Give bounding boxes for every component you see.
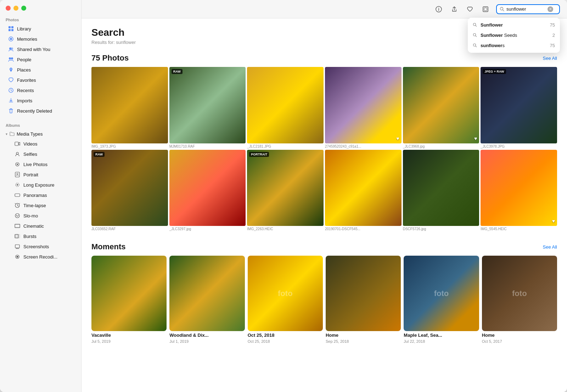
dropdown-search-icon-1 xyxy=(473,23,477,27)
svg-rect-3 xyxy=(11,29,13,31)
photo-item-9[interactable]: PORTRAIT IMG_2263.HEIC xyxy=(247,150,324,231)
video-icon xyxy=(14,141,21,147)
dropdown-count-2: 2 xyxy=(552,33,555,38)
watermark-6: foto xyxy=(482,256,557,331)
sidebar-item-screen-recording[interactable]: Screen Recodi... xyxy=(2,252,79,262)
folder-icon xyxy=(9,131,15,137)
maximize-button[interactable] xyxy=(21,6,26,11)
sidebar-item-panoramas[interactable]: Panoramas xyxy=(2,190,79,200)
memories-icon xyxy=(8,36,14,42)
moments-see-all-link[interactable]: See All xyxy=(543,244,557,250)
photo-item-2[interactable]: RAW MJM01710.RAF xyxy=(169,67,246,148)
albums-section: Albums ▾ Media Types Videos xyxy=(0,120,81,262)
sidebar-item-favorites[interactable]: Favorites xyxy=(2,75,79,85)
photo-name-4: 27459520243_c91a1... xyxy=(325,144,402,148)
sidebar-item-live-photos[interactable]: Live Photos xyxy=(2,159,79,169)
sidebar-item-videos[interactable]: Videos xyxy=(2,139,79,149)
sidebar-item-imports[interactable]: Imports xyxy=(2,96,79,106)
photo-item-4[interactable]: ♥ 27459520243_c91a1... xyxy=(325,67,402,148)
photo-item-11[interactable]: DSCF5726.jpg xyxy=(403,150,479,231)
sidebar-item-slo-mo[interactable]: Slo-mo xyxy=(2,211,79,221)
timelapse-icon xyxy=(14,202,21,209)
sidebar-label-memories: Memories xyxy=(17,36,37,42)
photo-item-12[interactable]: ♥ IMG_5545.HEIC xyxy=(481,150,557,231)
sidebar-label-portrait: Portrait xyxy=(23,172,38,177)
sidebar-label-live-photos: Live Photos xyxy=(23,162,47,167)
photo-thumb-3 xyxy=(247,67,324,143)
sidebar-label-library: Library xyxy=(17,26,31,32)
moment-item-4[interactable]: Home Sep 25, 2018 xyxy=(326,256,401,343)
photo-name-5: _JLC3968.jpg xyxy=(403,144,479,148)
sidebar-item-cinematic[interactable]: Cinematic xyxy=(2,221,79,231)
sidebar-item-long-exposure[interactable]: Long Exposure xyxy=(2,180,79,190)
moment-title-2: Woodland & Dix... xyxy=(169,333,245,338)
search-clear-button[interactable]: ✕ xyxy=(548,6,553,12)
svg-point-22 xyxy=(15,214,19,218)
photo-item-8[interactable]: _JLC3297.jpg xyxy=(169,150,246,231)
moment-title-5: Maple Leaf, Sea... xyxy=(404,333,479,338)
sidebar-item-shared-with-you[interactable]: Shared with You xyxy=(2,44,79,54)
dropdown-item-sunflower-seeds[interactable]: Sunflower Seeds 2 xyxy=(468,30,560,40)
svg-point-39 xyxy=(473,44,476,46)
sidebar-item-time-lapse[interactable]: Time-lapse xyxy=(2,200,79,210)
photo-thumb-1 xyxy=(91,67,168,143)
moment-date-3: Oct 25, 2018 xyxy=(248,339,323,343)
sidebar-item-bursts[interactable]: Bursts xyxy=(2,231,79,241)
search-input[interactable] xyxy=(506,6,545,12)
dropdown-count-1: 75 xyxy=(550,22,555,28)
photo-item-5[interactable]: ♥ _JLC3968.jpg xyxy=(403,67,479,148)
grid-icon xyxy=(8,25,14,32)
moment-item-6[interactable]: foto Home Oct 5, 2017 xyxy=(482,256,557,343)
sidebar-item-portrait[interactable]: Portrait xyxy=(2,170,79,180)
photo-thumb-11 xyxy=(403,150,479,226)
photo-thumb-10 xyxy=(325,150,402,226)
main-content: ✕ Sunflower 75 xyxy=(82,0,567,392)
sidebar-item-memories[interactable]: Memories xyxy=(2,34,79,44)
photo-item-6[interactable]: JPEG + RAW _JLC3978.JPG xyxy=(481,67,557,148)
photo-badge-9: PORTRAIT xyxy=(249,152,269,157)
dropdown-label-3: sunflowers xyxy=(481,43,546,48)
sidebar-item-selfies[interactable]: Selfies xyxy=(2,149,79,159)
photo-item-3[interactable]: _JLC2181.JPG xyxy=(247,67,324,148)
dropdown-item-sunflower[interactable]: Sunflower 75 xyxy=(468,20,560,30)
photo-thumb-4: ♥ xyxy=(325,67,402,143)
fullscreen-button[interactable] xyxy=(481,4,490,14)
sidebar-item-recents[interactable]: Recents xyxy=(2,85,79,95)
sidebar-item-library[interactable]: Library xyxy=(2,24,79,34)
close-button[interactable] xyxy=(6,6,11,11)
chevron-down-icon: ▾ xyxy=(6,132,7,136)
moment-item-5[interactable]: foto Maple Leaf, Sea... Jul 22, 2018 xyxy=(404,256,479,343)
sidebar-item-people[interactable]: People xyxy=(2,55,79,64)
sidebar-label-long-exposure: Long Exposure xyxy=(23,182,54,188)
minimize-button[interactable] xyxy=(13,6,18,11)
moment-item-3[interactable]: foto Oct 25, 2018 Oct 25, 2018 xyxy=(248,256,323,343)
photos-see-all-link[interactable]: See All xyxy=(543,56,557,61)
dropdown-count-3: 75 xyxy=(550,43,555,48)
moment-thumb-3: foto xyxy=(248,256,323,331)
toolbar: ✕ Sunflower 75 xyxy=(82,0,567,18)
share-button[interactable] xyxy=(449,4,459,14)
moment-item-2[interactable]: Woodland & Dix... Jul 1, 2019 xyxy=(169,256,245,343)
dropdown-label-2: Sunflower Seeds xyxy=(481,33,549,38)
dropdown-item-sunflowers[interactable]: sunflowers 75 xyxy=(468,40,560,51)
photo-thumb-9: PORTRAIT xyxy=(247,150,324,226)
photo-badge-6: JPEG + RAW xyxy=(483,69,506,74)
traffic-lights xyxy=(0,0,81,15)
media-types-toggle[interactable]: ▾ Media Types xyxy=(2,129,79,138)
heart-badge-12: ♥ xyxy=(552,218,555,224)
sidebar-label-people: People xyxy=(17,57,31,62)
sidebar-item-recently-deleted[interactable]: Recently Deleted xyxy=(2,106,79,116)
info-button[interactable] xyxy=(434,4,444,14)
cinematic-icon xyxy=(14,223,21,229)
photo-item-7[interactable]: RAW JLC03652.RAF xyxy=(91,150,168,231)
sidebar-item-places[interactable]: Places xyxy=(2,65,79,75)
search-box[interactable]: ✕ xyxy=(496,4,560,14)
heart-button[interactable] xyxy=(465,4,475,14)
sidebar-item-screenshots[interactable]: Screenshots xyxy=(2,242,79,251)
moment-item-1[interactable]: Vacaville Jul 5, 2019 xyxy=(91,256,167,343)
photo-item-10[interactable]: 20190701-DSCF545... xyxy=(325,150,402,231)
sidebar-label-slo-mo: Slo-mo xyxy=(23,213,38,218)
import-icon xyxy=(8,97,14,104)
photo-item-1[interactable]: IMG_1973.JPG xyxy=(91,67,168,148)
photo-name-3: _JLC2181.JPG xyxy=(247,144,324,148)
